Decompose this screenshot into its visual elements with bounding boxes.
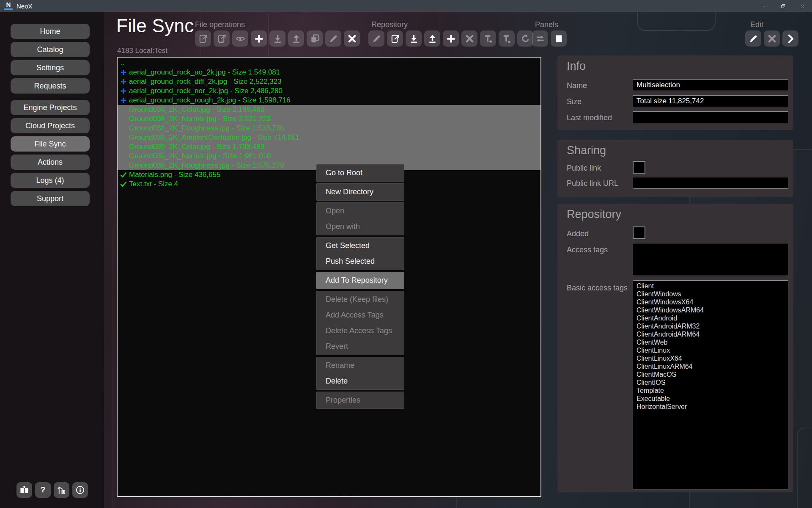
info-icon	[75, 485, 85, 495]
basic-access-tag[interactable]: ClientLinux	[636, 346, 788, 354]
repository-remove-tag-button[interactable]	[499, 30, 515, 47]
menu-item-add-to-repository[interactable]: Add To Repository	[317, 273, 404, 288]
tag-add-icon	[483, 34, 493, 44]
basic-access-tag[interactable]: ClientAndroidARM64	[636, 330, 788, 338]
added-label: Added	[567, 229, 589, 238]
added-checkbox[interactable]	[633, 226, 645, 239]
panels-swap-panels-button[interactable]	[532, 30, 548, 47]
file-row[interactable]: Ground039_2K_AmbientOcclusion.jpg - Size…	[118, 133, 540, 142]
file-row-text: aerial_ground_rock_diff_2k.jpg - Size 2,…	[129, 77, 282, 86]
basic-access-tag[interactable]: ClientWindows	[636, 290, 788, 298]
edit-apply-button[interactable]	[782, 30, 798, 47]
file-operations-open-button[interactable]	[195, 30, 211, 47]
panels-single-panel-button[interactable]	[551, 30, 567, 47]
file-row-text: Ground039_2K_Normal.jpg - Size 1,961,010	[129, 152, 271, 160]
file-operations-duplicate-button[interactable]	[307, 30, 323, 47]
sidebar-item-home[interactable]: Home	[11, 24, 90, 39]
file-row[interactable]: aerial_ground_rock_ao_2k.jpg - Size 1,54…	[118, 68, 540, 77]
file-row-text: aerial_ground_rock_ao_2k.jpg - Size 1,54…	[129, 68, 280, 77]
name-field[interactable]	[633, 79, 788, 91]
repository-edit-button[interactable]	[368, 30, 384, 47]
sidebar-item-requests[interactable]: Requests	[11, 78, 90, 94]
basic-access-tag[interactable]: Executable	[636, 395, 788, 403]
basic-access-tag[interactable]: ClientLinuxARM64	[636, 362, 788, 370]
size-field[interactable]	[633, 95, 788, 107]
about-button[interactable]	[72, 482, 88, 498]
basic-access-tag[interactable]: ClientWindowsX64	[636, 298, 788, 306]
repository-add-button[interactable]	[443, 30, 459, 47]
square-icon	[554, 34, 564, 44]
menu-item-open-with: Open with	[317, 219, 404, 235]
repository-push-button[interactable]	[424, 30, 440, 47]
x-icon	[465, 34, 475, 44]
file-row[interactable]: aerial_ground_rock_nor_2k.jpg - Size 2,4…	[118, 86, 540, 96]
menu-item-delete[interactable]: Delete	[317, 373, 404, 389]
file-row[interactable]: Ground039_2K_Color.jpg - Size 1,738,483	[118, 142, 540, 152]
file-operations-get-button[interactable]	[269, 30, 285, 47]
file-row-text: Ground038_2K_Color.jpg - Size 2,196,460	[129, 105, 264, 114]
basic-access-tag[interactable]: ClientLinuxX64	[636, 354, 788, 362]
repository-remove-button[interactable]	[461, 30, 477, 47]
sidebar-item-engine-projects[interactable]: Engine Projects	[11, 100, 90, 115]
sidebar-item-support[interactable]: Support	[11, 191, 90, 206]
file-row[interactable]: Ground038_2K_Roughness.jpg - Size 1,518,…	[118, 124, 540, 133]
repository-pull-button[interactable]	[406, 30, 422, 47]
file-row-text: Materials.png - Size 436,655	[129, 171, 220, 179]
file-row[interactable]: Ground038_2K_Normal.jpg - Size 2,121,723	[118, 114, 540, 124]
file-operations-open-with-button[interactable]	[214, 30, 230, 47]
menu-item-push-selected[interactable]: Push Selected	[317, 254, 404, 269]
file-operations-push-button[interactable]	[288, 30, 304, 47]
file-operations-delete-button[interactable]	[344, 30, 360, 47]
repository-revert-button[interactable]	[517, 30, 533, 47]
file-operations-add-button[interactable]	[251, 30, 267, 47]
sidebar-item-file-sync[interactable]: File Sync	[11, 136, 90, 152]
basic-access-tag[interactable]: Client	[636, 282, 788, 290]
help-button[interactable]: ?	[35, 482, 51, 498]
menu-item-new-directory[interactable]: New Directory	[317, 184, 404, 200]
sidebar-item-actions[interactable]: Actions	[11, 155, 90, 170]
file-row[interactable]: ..	[118, 58, 540, 68]
sidebar-item-catalog[interactable]: Catalog	[11, 42, 90, 57]
basic-access-tag[interactable]: ClientAndroid	[636, 314, 788, 322]
close-button[interactable]	[793, 0, 812, 12]
file-operations-preview-button[interactable]	[232, 30, 248, 47]
sidebar-item-cloud-projects[interactable]: Cloud Projects	[11, 118, 90, 133]
basic-access-tag[interactable]: ClientWeb	[636, 338, 788, 346]
file-operations-rename-button[interactable]	[325, 30, 341, 47]
sidebar-item-logs-4[interactable]: Logs (4)	[11, 173, 90, 188]
restore-button[interactable]	[773, 0, 793, 12]
repository-add-tag-button[interactable]	[480, 30, 496, 47]
last-modified-field[interactable]	[633, 111, 788, 123]
file-row[interactable]: Ground038_2K_Color.jpg - Size 2,196,460	[118, 105, 540, 114]
toolbar-group-label: Panels	[532, 20, 567, 29]
menu-item-get-selected[interactable]: Get Selected	[317, 238, 404, 254]
file-row[interactable]: aerial_ground_rock_diff_2k.jpg - Size 2,…	[118, 77, 540, 86]
minimize-button[interactable]	[754, 0, 773, 12]
repository-section: Repository Added Access tags Basic acces…	[557, 204, 793, 492]
repository-open-button[interactable]	[387, 30, 403, 47]
basic-access-tag[interactable]: ClientIOS	[636, 378, 788, 387]
edit-cancel-button[interactable]	[764, 30, 780, 47]
public-link-checkbox[interactable]	[633, 161, 645, 174]
documentation-button[interactable]	[16, 482, 32, 498]
file-row[interactable]: Ground039_2K_Normal.jpg - Size 1,961,010	[118, 152, 540, 161]
file-row[interactable]: aerial_ground_rock_rough_2k.jpg - Size 1…	[118, 96, 540, 105]
public-link-url-field[interactable]	[633, 177, 788, 189]
build-status-button[interactable]	[54, 482, 69, 498]
edit-edit-button[interactable]	[745, 30, 761, 47]
menu-item-go-to-root[interactable]: Go to Root	[317, 165, 404, 181]
sidebar-item-settings[interactable]: Settings	[11, 60, 90, 75]
basic-access-tag[interactable]: Template	[636, 387, 788, 395]
basic-access-tag[interactable]: ClientMacOS	[636, 370, 788, 378]
copy-icon	[310, 34, 320, 44]
added-plus-icon	[120, 78, 127, 86]
basic-access-tag[interactable]: ClientAndroidARM32	[636, 322, 788, 330]
basic-access-tags-list[interactable]: ClientClientWindowsClientWindowsX64Clien…	[633, 280, 788, 489]
access-tags-field[interactable]	[633, 243, 788, 276]
toolbar-group-panels: Panels	[532, 20, 567, 47]
open-external-icon	[390, 34, 400, 44]
basic-access-tag[interactable]: ClientWindowsARM64	[636, 306, 788, 314]
sidebar-footer: ?	[16, 482, 88, 498]
basic-access-tag[interactable]: HorizontalServer	[636, 403, 788, 411]
open-external-icon	[198, 34, 208, 44]
